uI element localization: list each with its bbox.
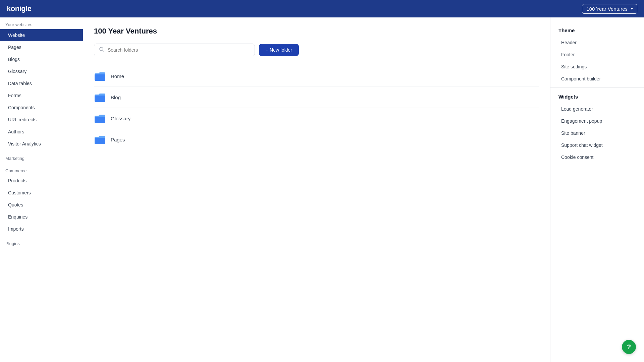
sidebar-item-authors[interactable]: Authors — [0, 126, 83, 138]
item-label: Engagement popup — [561, 118, 602, 124]
sidebar-item-label: Pages — [8, 45, 21, 50]
right-panel-item-site-banner[interactable]: Site banner — [550, 127, 644, 139]
sidebar-section-marketing: Marketing — [0, 150, 83, 162]
layout: Your websites Website Pages Blogs Glossa… — [0, 17, 644, 362]
folder-name: Glossary — [111, 116, 130, 121]
sidebar-item-imports[interactable]: Imports — [0, 223, 83, 235]
sidebar-item-data-tables[interactable]: Data tables — [0, 77, 83, 89]
sidebar-item-customers[interactable]: Customers — [0, 187, 83, 199]
folder-icon — [94, 92, 106, 102]
right-panel-item-site-settings[interactable]: Site settings — [550, 61, 644, 73]
account-name: 100 Year Ventures — [586, 6, 628, 12]
sidebar-item-label: Marketing — [5, 156, 24, 161]
search-box — [94, 44, 255, 56]
widgets-section: Widgets Lead generator Engagement popup … — [550, 90, 644, 163]
sidebar-item-quotes[interactable]: Quotes — [0, 199, 83, 211]
theme-section: Theme Header Footer Site settings Compon… — [550, 24, 644, 85]
sidebar-item-label: Imports — [8, 226, 24, 232]
folder-icon — [94, 71, 106, 81]
item-label: Lead generator — [561, 106, 593, 112]
account-switcher[interactable]: 100 Year Ventures ▾ — [582, 4, 637, 14]
folder-item-home[interactable]: Home — [94, 66, 539, 87]
right-panel: Theme Header Footer Site settings Compon… — [550, 17, 644, 362]
new-folder-button[interactable]: + New folder — [259, 44, 299, 56]
your-websites-label: Your websites — [0, 17, 83, 29]
search-input[interactable] — [108, 47, 250, 53]
folder-item-pages[interactable]: Pages — [94, 129, 539, 150]
search-icon — [99, 47, 104, 53]
sidebar-item-label: Products — [8, 178, 26, 183]
sidebar-item-label: Commerce — [5, 168, 27, 173]
folder-name: Home — [111, 73, 124, 79]
sidebar-section-plugins: Plugins — [0, 235, 83, 247]
folder-list: Home Blog — [94, 66, 539, 150]
item-label: Cookie consent — [561, 155, 594, 160]
svg-line-1 — [103, 50, 104, 52]
folder-item-blog[interactable]: Blog — [94, 87, 539, 108]
sidebar-item-pages[interactable]: Pages — [0, 41, 83, 53]
sidebar-section-commerce: Commerce — [0, 162, 83, 175]
sidebar-item-components[interactable]: Components — [0, 102, 83, 114]
help-button[interactable]: ? — [622, 340, 636, 354]
widgets-section-title: Widgets — [550, 90, 644, 103]
sidebar-item-blogs[interactable]: Blogs — [0, 53, 83, 65]
sidebar-item-label: Components — [8, 105, 35, 110]
item-label: Site banner — [561, 130, 585, 136]
sidebar-item-label: Customers — [8, 190, 31, 195]
item-label: Component builder — [561, 76, 601, 81]
sidebar-item-label: Glossary — [8, 69, 26, 74]
sidebar-item-label: Visitor Analytics — [8, 141, 41, 146]
right-panel-item-support-chat-widget[interactable]: Support chat widget — [550, 139, 644, 151]
right-panel-item-engagement-popup[interactable]: Engagement popup — [550, 115, 644, 127]
topnav: konigle 100 Year Ventures ▾ — [0, 0, 644, 17]
chevron-down-icon: ▾ — [631, 6, 633, 11]
right-panel-item-header[interactable]: Header — [550, 37, 644, 49]
sidebar-item-label: Authors — [8, 129, 24, 134]
sidebar-item-glossary[interactable]: Glossary — [0, 65, 83, 77]
sidebar-item-url-redirects[interactable]: URL redirects — [0, 114, 83, 126]
sidebar-item-label: Quotes — [8, 202, 23, 207]
item-label: Support chat widget — [561, 142, 603, 148]
item-label: Header — [561, 40, 577, 45]
right-panel-item-component-builder[interactable]: Component builder — [550, 73, 644, 85]
item-label: Footer — [561, 52, 575, 57]
right-panel-item-cookie-consent[interactable]: Cookie consent — [550, 151, 644, 163]
logo: konigle — [7, 4, 32, 13]
sidebar-item-label: Data tables — [8, 81, 32, 86]
sidebar-item-label: Plugins — [5, 241, 20, 246]
help-icon: ? — [627, 343, 631, 351]
sidebar-item-label: Enquiries — [8, 214, 28, 220]
sidebar-item-visitor-analytics[interactable]: Visitor Analytics — [0, 138, 83, 150]
folder-icon — [94, 134, 106, 144]
sidebar-item-website[interactable]: Website — [0, 29, 83, 41]
right-panel-item-lead-generator[interactable]: Lead generator — [550, 103, 644, 115]
sidebar-item-label: Website — [8, 33, 25, 38]
item-label: Site settings — [561, 64, 587, 69]
sidebar-item-label: Blogs — [8, 57, 20, 62]
folder-name: Blog — [111, 95, 121, 100]
folder-name: Pages — [111, 137, 125, 142]
right-panel-item-footer[interactable]: Footer — [550, 49, 644, 61]
sidebar-item-forms[interactable]: Forms — [0, 89, 83, 102]
theme-section-title: Theme — [550, 24, 644, 37]
sidebar-item-products[interactable]: Products — [0, 175, 83, 187]
toolbar: + New folder — [94, 44, 539, 56]
sidebar: Your websites Website Pages Blogs Glossa… — [0, 17, 83, 362]
folder-item-glossary[interactable]: Glossary — [94, 108, 539, 129]
sidebar-item-label: URL redirects — [8, 117, 37, 122]
sidebar-item-label: Forms — [8, 93, 21, 98]
sidebar-item-enquiries[interactable]: Enquiries — [0, 211, 83, 223]
page-title: 100 Year Ventures — [94, 27, 539, 36]
main-content: 100 Year Ventures + New folder — [83, 17, 550, 362]
folder-icon — [94, 113, 106, 123]
